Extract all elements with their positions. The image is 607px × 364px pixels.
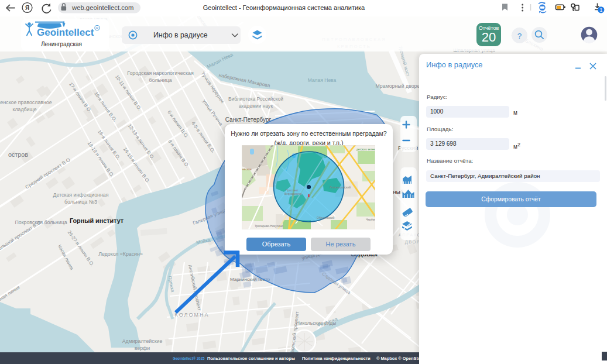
svg-text:больница №3: больница №3 [64,199,97,205]
svg-text:Ломоносовский: Ломоносовский [330,186,351,189]
svg-text:?: ? [517,32,522,40]
svg-text:web.geointellect.com: web.geointellect.com [71,4,134,11]
svg-text:Горный институт: Горный институт [70,217,124,224]
svg-text:Geointellect: Geointellect [37,27,94,38]
svg-text:10-11-я линии В.О.: 10-11-я линии В.О. [114,74,142,112]
svg-text:евское: евское [242,167,252,171]
svg-text:Geointellect - Геоинформационн: Geointellect - Геоинформационная система… [203,4,365,11]
svg-text:верфи: верфи [135,345,150,351]
svg-text:Косая линия: Косая линия [57,244,74,271]
svg-text:Покровская больница: Покровская больница [15,219,67,225]
svg-text:1: 1 [599,7,602,13]
svg-text:R: R [96,26,98,30]
svg-text:Мраморный дворец: Мраморный дворец [376,83,423,89]
svg-text:Ледокол «Красин»: Ледокол «Красин» [98,251,143,257]
svg-text:Санкт-Петербург: Санкт-Петербург [225,116,272,123]
svg-text:Адмиралтейские: Адмиралтейские [122,338,163,344]
svg-text:Детская инфекционная: Детская инфекционная [53,192,109,198]
svg-text:Ленинградская: Ленинградская [41,41,82,47]
svg-text:20: 20 [482,30,496,44]
svg-text:кладбище: кладбище [12,107,36,112]
svg-text:Малая Нева: Малая Нева [308,77,337,83]
svg-text:Тропарево-Никулино: Тропарево-Никулино [255,224,283,228]
svg-text:Вернадского: Вернадского [284,192,302,195]
svg-text:Я: Я [25,5,29,11]
svg-text:нная линия: нная линия [0,284,20,303]
svg-text:ленское православное: ленское православное [0,99,52,105]
svg-text:остров: остров [8,151,28,158]
svg-text:Городская наркологическая: Городская наркологическая [127,70,194,76]
svg-text:Инфо в радиусе: Инфо в радиусе [153,31,208,39]
svg-text:Черёму: Черёму [366,218,375,221]
svg-text:4-5-я линии В.О.: 4-5-я линии В.О. [190,121,215,154]
svg-text:больница: больница [149,77,172,83]
svg-text:детского зеленого: детского зеленого [356,148,375,151]
svg-text:академии наук: академии наук [239,103,273,109]
svg-text:Библиотека Российской: Библиотека Российской [228,96,283,102]
svg-text:Обручевский: Обручевский [317,216,334,219]
